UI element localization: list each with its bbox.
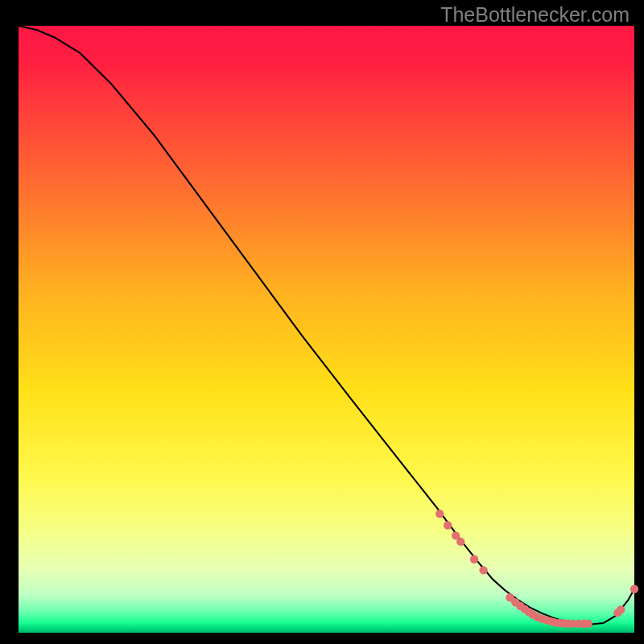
data-marker — [436, 510, 444, 518]
data-marker — [470, 555, 478, 564]
chart-container: TheBottlenecker.com — [0, 0, 644, 644]
data-marker — [479, 566, 487, 574]
data-marker — [584, 619, 592, 627]
data-marker — [444, 521, 452, 529]
plot-background — [19, 26, 634, 633]
data-marker — [630, 585, 638, 593]
data-marker — [617, 605, 625, 613]
bottleneck-plot — [0, 0, 644, 644]
data-marker — [456, 538, 464, 546]
watermark-text: TheBottlenecker.com — [440, 3, 630, 27]
